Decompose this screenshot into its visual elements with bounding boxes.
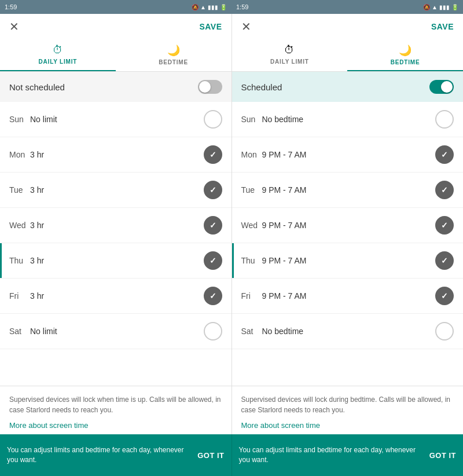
left-check-mon[interactable] — [204, 145, 222, 164]
left-day-fri: Fri — [9, 291, 30, 301]
right-schedule-toggle[interactable] — [429, 80, 454, 94]
right-value-tue: 9 PM - 7 AM — [262, 185, 436, 195]
left-day-thu: Thu — [9, 256, 30, 265]
bottom-banner: You can adjust limits and bedtime for ea… — [0, 434, 463, 476]
right-value-sun: No bedtime — [262, 115, 436, 124]
got-it-button-right[interactable]: GOT IT — [429, 451, 456, 460]
left-check-wed[interactable] — [204, 216, 222, 235]
left-value-wed: 3 hr — [30, 221, 204, 230]
left-schedule-toggle[interactable] — [198, 80, 222, 94]
status-bar-left: 1:59 🔕 ▲ ▮▮▮ 🔋 — [0, 0, 232, 14]
left-day-row-fri: Fri 3 hr — [0, 279, 232, 314]
status-bar: 1:59 🔕 ▲ ▮▮▮ 🔋 1:59 🔕 ▲ ▮▮▮ 🔋 — [0, 0, 463, 14]
left-panel: ✕ SAVE ⏱ DAILY LIMIT 🌙 BEDTIME Not sched… — [0, 14, 232, 434]
banner-right: You can adjust limits and bedtime for ea… — [232, 434, 464, 476]
battery-icon-left: 🔋 — [220, 4, 227, 10]
right-check-mon[interactable] — [435, 145, 454, 164]
status-time-left: 1:59 — [5, 3, 17, 10]
left-value-sat: No limit — [30, 327, 204, 336]
right-day-mon: Mon — [241, 150, 262, 159]
right-day-row-fri: Fri 9 PM - 7 AM — [232, 279, 464, 314]
right-check-sat[interactable] — [435, 322, 454, 340]
timer-icon-right: ⏱ — [284, 44, 295, 56]
right-check-tue[interactable] — [435, 181, 454, 199]
right-panel: ✕ SAVE ⏱ DAILY LIMIT 🌙 BEDTIME Scheduled… — [232, 14, 464, 434]
signal-icon-right: ▮▮▮ — [439, 4, 450, 10]
right-day-sat: Sat — [241, 327, 262, 336]
left-day-tue: Tue — [9, 185, 30, 195]
right-day-row-sun: Sun No bedtime — [232, 102, 464, 137]
left-value-sun: No limit — [30, 115, 204, 124]
left-close-button[interactable]: ✕ — [9, 21, 19, 32]
left-day-row-tue: Tue 3 hr — [0, 173, 232, 208]
left-info-section: Supervised devices will lock when time i… — [0, 386, 232, 434]
left-day-row-thu: Thu 3 hr — [0, 243, 232, 279]
left-info-text: Supervised devices will lock when time i… — [9, 394, 222, 415]
right-close-button[interactable]: ✕ — [241, 21, 251, 32]
right-value-fri: 9 PM - 7 AM — [262, 291, 436, 301]
right-day-list: Sun No bedtime Mon 9 PM - 7 AM Tue 9 PM … — [232, 102, 464, 386]
banner-left-text: You can adjust limits and bedtime for ea… — [7, 445, 193, 465]
right-day-tue: Tue — [241, 185, 262, 195]
left-day-mon: Mon — [9, 150, 30, 159]
left-check-sun[interactable] — [204, 110, 222, 129]
left-value-mon: 3 hr — [30, 150, 204, 159]
panels-container: ✕ SAVE ⏱ DAILY LIMIT 🌙 BEDTIME Not sched… — [0, 14, 463, 434]
right-day-wed: Wed — [241, 221, 262, 230]
left-day-wed: Wed — [9, 221, 30, 230]
status-icons-left: 🔕 ▲ ▮▮▮ 🔋 — [192, 4, 227, 10]
left-check-fri[interactable] — [204, 287, 222, 305]
left-day-row-sun: Sun No limit — [0, 102, 232, 137]
left-check-thu[interactable] — [204, 251, 222, 270]
right-check-thu[interactable] — [435, 251, 454, 270]
right-save-button[interactable]: SAVE — [431, 22, 454, 31]
left-schedule-toggle-row: Not scheduled — [0, 72, 232, 102]
notification-icon-left: 🔕 — [192, 4, 199, 10]
right-check-fri[interactable] — [435, 287, 454, 305]
left-tab-daily-limit[interactable]: ⏱ DAILY LIMIT — [0, 39, 116, 71]
right-day-row-thu: Thu 9 PM - 7 AM — [232, 243, 464, 279]
left-value-fri: 3 hr — [30, 291, 204, 301]
right-top-bar: ✕ SAVE — [232, 14, 464, 39]
left-more-link[interactable]: More about screen time — [9, 421, 222, 430]
right-check-sun[interactable] — [435, 110, 454, 129]
left-day-row-sat: Sat No limit — [0, 314, 232, 349]
signal-icon-left: ▮▮▮ — [208, 4, 218, 10]
right-schedule-toggle-row: Scheduled — [232, 72, 464, 102]
right-tab-daily-limit[interactable]: ⏱ DAILY LIMIT — [232, 39, 348, 71]
wifi-icon-left: ▲ — [200, 4, 206, 10]
right-check-wed[interactable] — [435, 216, 454, 235]
left-day-row-wed: Wed 3 hr — [0, 208, 232, 243]
left-save-button[interactable]: SAVE — [199, 22, 222, 31]
right-value-thu: 9 PM - 7 AM — [262, 256, 436, 265]
left-tabs: ⏱ DAILY LIMIT 🌙 BEDTIME — [0, 39, 232, 72]
right-day-row-tue: Tue 9 PM - 7 AM — [232, 173, 464, 208]
wifi-icon-right: ▲ — [432, 4, 438, 10]
moon-icon-left: 🌙 — [167, 44, 180, 57]
right-more-link[interactable]: More about screen time — [241, 421, 454, 430]
right-tab-bedtime[interactable]: 🌙 BEDTIME — [347, 39, 463, 71]
right-schedule-label: Scheduled — [241, 82, 282, 92]
right-day-row-mon: Mon 9 PM - 7 AM — [232, 137, 464, 173]
left-check-tue[interactable] — [204, 181, 222, 199]
left-day-list: Sun No limit Mon 3 hr Tue 3 hr Wed 3 hr … — [0, 102, 232, 386]
banner-right-text: You can adjust limits and bedtime for ea… — [239, 445, 425, 465]
left-top-bar: ✕ SAVE — [0, 14, 232, 39]
left-value-tue: 3 hr — [30, 185, 204, 195]
right-value-wed: 9 PM - 7 AM — [262, 221, 436, 230]
left-check-sat[interactable] — [204, 322, 222, 340]
left-day-row-mon: Mon 3 hr — [0, 137, 232, 173]
left-tab-bedtime[interactable]: 🌙 BEDTIME — [116, 39, 232, 71]
moon-icon-right: 🌙 — [399, 44, 411, 57]
left-day-sun: Sun — [9, 115, 30, 124]
right-info-section: Supervised devices will lock during bedt… — [232, 386, 464, 434]
status-time-right: 1:59 — [236, 3, 248, 10]
got-it-button-left[interactable]: GOT IT — [197, 451, 224, 460]
status-bar-right: 1:59 🔕 ▲ ▮▮▮ 🔋 — [232, 0, 463, 14]
right-value-mon: 9 PM - 7 AM — [262, 150, 436, 159]
notification-icon-right: 🔕 — [423, 4, 430, 10]
right-day-row-sat: Sat No bedtime — [232, 314, 464, 349]
right-info-text: Supervised devices will lock during bedt… — [241, 394, 454, 415]
battery-icon-right: 🔋 — [451, 4, 458, 10]
timer-icon-left: ⏱ — [53, 44, 63, 56]
